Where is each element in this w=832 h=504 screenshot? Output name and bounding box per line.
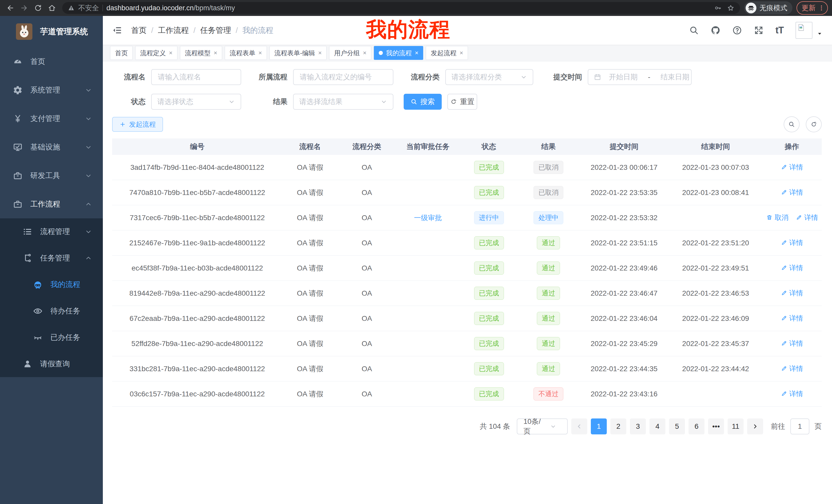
goto-page-input[interactable] (790, 418, 809, 435)
tab-close-icon[interactable]: × (415, 50, 418, 56)
tab-label: 流程模型 (185, 49, 211, 57)
tab-2[interactable]: 流程模型 × (180, 46, 222, 60)
sidebar-item-11[interactable]: 请假查询 (0, 351, 103, 377)
sidebar-item-8[interactable]: 我的流程 (0, 271, 103, 298)
tab-5[interactable]: 用户分组 × (329, 46, 371, 60)
page-button-6[interactable]: 6 (688, 418, 704, 435)
breadcrumb-item[interactable]: 首页 (131, 25, 147, 36)
tab-close-icon[interactable]: × (363, 50, 366, 56)
tab-6[interactable]: 我的流程 × (374, 46, 423, 60)
page-button-11[interactable]: 11 (728, 418, 744, 435)
table-row: 7470a810-7b9b-11ec-b5b7-acde48001122 OA … (112, 180, 822, 205)
pagination: 共 104 条 10条/页 1 2 3 4 5 6 ••• 11 前往 页 (112, 418, 822, 435)
detail-action-link[interactable]: 详情 (781, 163, 803, 172)
table-search-toggle-button[interactable] (784, 116, 800, 132)
browser-forward-button[interactable] (18, 2, 30, 14)
page-size-select[interactable]: 10条/页 (517, 418, 568, 435)
plus-icon (119, 121, 126, 128)
process-definition-input[interactable] (293, 69, 393, 85)
detail-action-link[interactable]: 详情 (781, 188, 803, 197)
tab-close-icon[interactable]: × (318, 50, 322, 56)
page-more-button[interactable]: ••• (708, 418, 724, 435)
table-row: ec45f38f-7b9a-11ec-b03b-acde48001122 OA … (112, 256, 822, 281)
sidebar-item-label: 流程管理 (40, 227, 70, 237)
tab-close-icon[interactable]: × (258, 50, 262, 56)
search-button[interactable]: 搜索 (404, 94, 442, 110)
browser-menu-dots-icon[interactable] (818, 5, 825, 11)
sidebar-item-5[interactable]: 工作流程 (0, 190, 103, 218)
range-separator: - (648, 73, 650, 81)
cancel-action-link[interactable]: 取消 (766, 213, 788, 222)
sidebar-item-3[interactable]: 基础设施 (0, 133, 103, 161)
result-select[interactable]: 请选择流结果 (293, 94, 393, 110)
prev-page-button[interactable] (571, 418, 587, 435)
create-process-button[interactable]: 发起流程 (112, 117, 163, 132)
process-category-select[interactable]: 请选择流程分类 (445, 69, 533, 85)
sidebar-item-6[interactable]: 流程管理 (0, 218, 103, 245)
page-button-4[interactable]: 4 (649, 418, 666, 435)
tab-label: 流程表单 (230, 49, 255, 57)
page-button-5[interactable]: 5 (669, 418, 685, 435)
app-logo-row[interactable]: 芋道管理系统 (0, 16, 103, 47)
sidebar-item-4[interactable]: 研发工具 (0, 161, 103, 190)
github-icon[interactable] (711, 25, 721, 35)
sidebar-item-label: 任务管理 (40, 253, 70, 263)
detail-action-link[interactable]: 详情 (781, 263, 803, 273)
detail-action-link[interactable]: 详情 (781, 238, 803, 247)
sidebar-item-2[interactable]: 支付管理 (0, 104, 103, 133)
avatar-caret-down-icon[interactable] (816, 31, 823, 37)
table-refresh-button[interactable] (806, 116, 822, 132)
submit-time-range-picker[interactable]: 开始日期 - 结束日期 (588, 69, 692, 85)
fullscreen-icon[interactable] (754, 25, 763, 35)
breadcrumb-item[interactable]: 工作流程 (158, 25, 189, 36)
sidebar-item-0[interactable]: 首页 (0, 47, 103, 76)
tab-close-icon[interactable]: × (460, 50, 463, 56)
edit-icon (781, 365, 787, 372)
tab-0[interactable]: 首页 (110, 46, 133, 60)
chevron-down-icon (85, 144, 92, 151)
detail-action-link[interactable]: 详情 (781, 339, 803, 348)
browser-reload-button[interactable] (32, 2, 44, 14)
update-label: 更新 (802, 3, 815, 12)
cell-submit-time: 2022-01-22 23:45:29 (579, 331, 669, 356)
process-name-input[interactable] (151, 69, 241, 85)
reset-button[interactable]: 重置 (447, 94, 477, 110)
status-select[interactable]: 请选择状态 (151, 94, 241, 110)
bookmark-star-icon[interactable] (727, 4, 734, 11)
browser-home-button[interactable] (46, 2, 58, 14)
cell-category: OA (338, 331, 396, 356)
page-button-2[interactable]: 2 (610, 418, 626, 435)
cell-result: 通过 (518, 331, 579, 356)
browser-back-button[interactable] (4, 2, 17, 14)
sidebar-item-10[interactable]: 已办任务 (0, 324, 103, 351)
tab-1[interactable]: 流程定义 × (135, 46, 177, 60)
next-page-button[interactable] (747, 418, 763, 435)
tab-close-icon[interactable]: × (214, 50, 217, 56)
current-task-link[interactable]: 一级审批 (414, 213, 442, 222)
sidebar-item-7[interactable]: 任务管理 (0, 245, 103, 271)
font-size-icon[interactable]: tT (775, 25, 784, 36)
password-key-icon[interactable] (714, 4, 722, 11)
tab-close-icon[interactable]: × (169, 50, 173, 56)
tab-7[interactable]: 发起流程 × (426, 46, 468, 60)
cell-actions: 详情 (762, 331, 822, 356)
detail-action-link[interactable]: 详情 (781, 364, 803, 373)
user-avatar[interactable] (796, 22, 823, 39)
sidebar-item-1[interactable]: 系统管理 (0, 76, 103, 104)
detail-action-link[interactable]: 详情 (781, 389, 803, 398)
sidebar-fold-icon[interactable] (112, 25, 122, 35)
breadcrumb-item[interactable]: 任务管理 (200, 25, 231, 36)
browser-update-button[interactable]: 更新 (797, 1, 828, 15)
header-search-icon[interactable] (689, 25, 699, 35)
detail-action-link[interactable]: 详情 (781, 314, 803, 323)
tab-4[interactable]: 流程表单-编辑 × (269, 46, 327, 60)
page-button-1[interactable]: 1 (591, 418, 607, 435)
page-button-3[interactable]: 3 (630, 418, 646, 435)
address-bar[interactable]: 不安全 dashboard.yudao.iocoder.cn/bpm/task/… (62, 2, 740, 14)
detail-action-link[interactable]: 详情 (796, 213, 818, 222)
table-row: 331bc281-7b9a-11ec-a290-acde48001122 OA … (112, 356, 822, 382)
tab-3[interactable]: 流程表单 × (225, 46, 267, 60)
detail-action-link[interactable]: 详情 (781, 288, 803, 298)
help-question-icon[interactable] (732, 25, 742, 35)
sidebar-item-9[interactable]: 待办任务 (0, 298, 103, 324)
